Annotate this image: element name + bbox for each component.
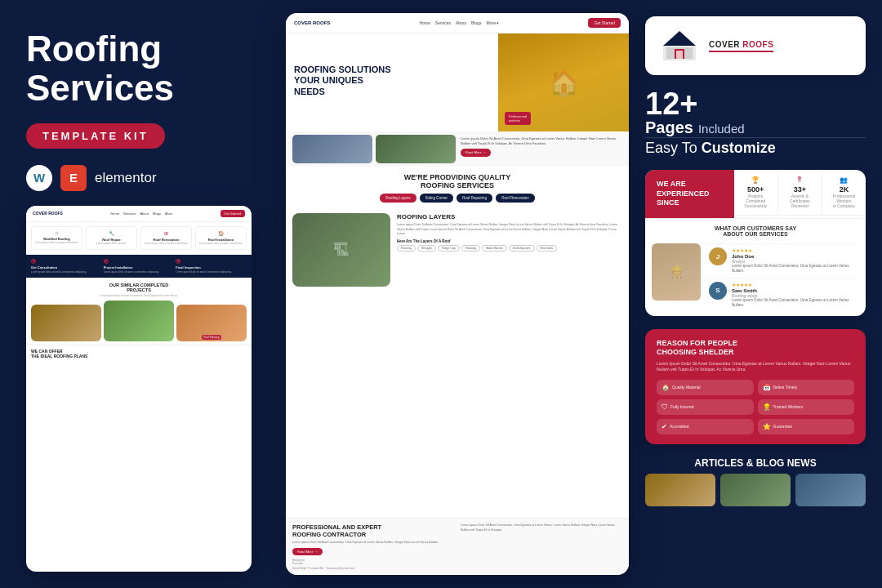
project-image-2 — [104, 301, 174, 341]
tab-roof-repairing[interactable]: Roof Repairing — [457, 194, 492, 203]
review-item-1: J ★★★★★ John Doe Analyst Lorem ipsum Dol… — [701, 243, 859, 278]
svg-rect-4 — [676, 51, 683, 59]
professional-section: PROFESSIONAL AND EXPERTROOFING CONTRACTO… — [286, 518, 629, 575]
layers-subtitle: Here Are The Layers Of A Roof — [397, 239, 622, 243]
left-panel: RoofingServices TEMPLATE KIT W E element… — [0, 0, 278, 588]
center-hero: ROOFING SOLUTIONSYOUR UNIQUESNEEDS 🏠 Pro… — [286, 33, 629, 131]
logo-card: COVER ROOFS — [645, 16, 866, 75]
tab-siding-corner[interactable]: Siding Corner — [420, 194, 454, 203]
reviewer-avatar-2: S — [709, 282, 727, 300]
mockup-services-row: ⌂ Modified Roofing Lorem ipsum dolor sit… — [26, 222, 252, 255]
logo-text: COVER ROOFS — [709, 40, 773, 52]
article-image-3 — [795, 474, 866, 506]
feature-workers: 👷 Trained Workers — [758, 399, 855, 415]
review-stars-2: ★★★★★ — [732, 282, 851, 287]
center-nav-btn[interactable]: Get Started — [588, 18, 621, 28]
pages-included: Included — [698, 122, 745, 136]
layers-image: 🏗 — [292, 213, 390, 287]
center-website-mockup: COVER ROOFS Home Services About Blogs Mo… — [286, 13, 629, 575]
project-image-1 — [31, 305, 101, 341]
stat-projects-label: Projects CompletedSuccessfully — [742, 194, 769, 208]
hero-title: ROOFING SOLUTIONSYOUR UNIQUESNEEDS — [294, 65, 490, 97]
roofing-photo-1 — [292, 135, 372, 163]
stat-workers: 👥 2K Professional Workersin Company — [822, 170, 866, 215]
reviewer-avatar-1: J — [709, 247, 727, 265]
hero-image: 🏠 Professionalworkers — [498, 33, 629, 131]
pages-label: Pages — [645, 119, 693, 136]
articles-section: ARTICLES & BLOG NEWS — [645, 457, 866, 506]
template-kit-badge: TEMPLATE KIT — [26, 123, 165, 149]
feature-timely: 📅 Delive Timely — [758, 380, 855, 395]
logo-underline — [709, 51, 773, 52]
quality-title: WE'RE PRODVIDING QUALITYROOFING SERVICES — [294, 173, 621, 189]
customize-text: Easy To Customize — [645, 140, 866, 157]
customer-photo: 👷 — [652, 243, 701, 301]
pro-right-text: Lorem ipsum Dolor Sit Amet Consectetur. … — [461, 523, 622, 570]
pro-desc: Lorem ipsum Dolor Sit Amet Consectetur. … — [292, 541, 454, 546]
stats-experienced: WE AREEXPERIENCEDSINCE — [645, 170, 734, 218]
logo-icon — [660, 26, 699, 65]
mockup-nav: COVER ROOFS Home Services About Blogs Mo… — [26, 206, 252, 222]
article-image-1 — [645, 474, 715, 506]
mockup-we-offer: WE CAN OFFERTHE IDEAL ROOFING PLANS — [26, 345, 252, 362]
mockup-nav-links: Home Services About Blogs More — [110, 212, 172, 216]
feature-quality: 🏠 Quality Material — [657, 380, 754, 395]
read-more-btn[interactable]: Read More → — [461, 149, 491, 157]
review-desc-1: Lorem ipsum Dolor Sit Amet Consectetur. … — [732, 264, 851, 274]
review-stars-1: ★★★★★ — [732, 247, 851, 253]
center-nav: COVER ROOFS Home Services About Blogs Mo… — [286, 13, 629, 33]
mockup-steps-row: Get Consultation Lorem ipsum dolor sit a… — [26, 255, 252, 278]
center-panel: COVER ROOFS Home Services About Blogs Mo… — [278, 0, 637, 588]
customers-title: WHAT OUR CUSTOMERS SAYABOUT OUR SERVICES — [645, 218, 866, 240]
mockup-service-item: 🏠 Roof Installation Lorem ipsum dolor si… — [195, 226, 247, 250]
wp-elementor-row: W E elementor — [26, 165, 252, 191]
mockup-step: Get Consultation Lorem ipsum dolor sit a… — [31, 259, 102, 274]
center-photos-row: Lorem ipsum Dolor Sit Amet Consectetur. … — [286, 131, 629, 167]
layers-content: 🏗 ROOFING LAYERS Lorem ipsum Dolor Sit A… — [286, 210, 629, 518]
pro-title: PROFESSIONAL AND EXPERTROOFING CONTRACTO… — [292, 523, 454, 538]
pages-count: 12+ — [645, 88, 866, 119]
mockup-step: Project Installation Lorem ipsum dolor s… — [104, 259, 175, 274]
mockup-service-item: ⌂ Modified Roofing Lorem ipsum dolor sit… — [31, 226, 82, 250]
mockup-nav-btn[interactable]: Get Started — [220, 210, 245, 217]
article-image-2 — [720, 474, 791, 506]
main-title: RoofingServices — [26, 29, 252, 109]
stat-awards-label: Awards & CertificatesReceived — [786, 194, 813, 208]
elementor-icon: E — [60, 165, 87, 191]
stat-projects-number: 500+ — [747, 185, 764, 194]
layers-title: ROOFING LAYERS — [397, 213, 622, 220]
center-quality-section: WE'RE PRODVIDING QUALITYROOFING SERVICES… — [286, 167, 629, 210]
feature-guarantee: ⭐ Guarantee — [758, 419, 855, 434]
stat-workers-label: Professional Workersin Company — [831, 194, 858, 208]
right-panel: COVER ROOFS 12+ Pages Included Easy To C… — [637, 0, 882, 588]
logo-cover-text: COVER ROOFS — [709, 40, 773, 49]
mini-website-mockup: COVER ROOFS Home Services About Blogs Mo… — [26, 206, 252, 572]
roofing-photo-2 — [376, 135, 456, 163]
layers-desc: Lorem ipsum Dolor Sit Amet Consectetur, … — [397, 223, 622, 237]
layer-tags: Framing Shingles Ridge Cap Flashing Wate… — [397, 245, 622, 252]
stat-projects: 🏆 500+ Projects CompletedSuccessfully — [734, 170, 778, 215]
stats-card: WE AREEXPERIENCEDSINCE 🏆 500+ Projects C… — [645, 170, 866, 316]
mockup-service-item: ⊞ Roof Renovation Lorem ipsum dolor sit … — [140, 226, 192, 250]
reason-title: REASON FOR PEOPLECHOOSING SHELDER — [657, 339, 854, 357]
pages-info: 12+ Pages Included Easy To Customize — [645, 88, 866, 157]
review-desc-2: Lorem ipsum Dolor Sit Amet Consectetur. … — [732, 298, 851, 309]
tab-roofing-layers[interactable]: Roofing Layers — [380, 194, 416, 203]
service-tabs: Roofing Layers Siding Corner Roof Repair… — [294, 194, 621, 203]
pro-read-more-btn[interactable]: Read More → — [292, 548, 323, 555]
center-nav-links: Home Services About Blogs More ▾ — [419, 20, 499, 25]
articles-title: ARTICLES & BLOG NEWS — [645, 457, 866, 469]
hero-badge: Professionalworkers — [505, 112, 531, 125]
mockup-service-item: 🔧 Roof Repair Lorem ipsum dolor sit amet… — [86, 226, 137, 250]
feature-insured: 🛡 Fully Insured — [657, 399, 754, 415]
stat-awards-number: 33+ — [794, 185, 806, 194]
reason-desc: Lorem ipsum Dolor Sit Amet Consectetur. … — [657, 361, 854, 373]
divider — [645, 137, 866, 138]
wordpress-icon: W — [26, 165, 52, 191]
review-item-2: S ★★★★★ Sam Smith Roofing repair Lorem i… — [701, 278, 859, 312]
mockup-logo: COVER ROOFS — [33, 211, 63, 216]
project-image-3: Roof Planning — [176, 305, 247, 341]
center-nav-logo: COVER ROOFS — [294, 20, 330, 25]
reason-card: REASON FOR PEOPLECHOOSING SHELDER Lorem … — [645, 329, 866, 444]
tab-roof-renovation[interactable]: Roof Renovation — [496, 194, 535, 203]
